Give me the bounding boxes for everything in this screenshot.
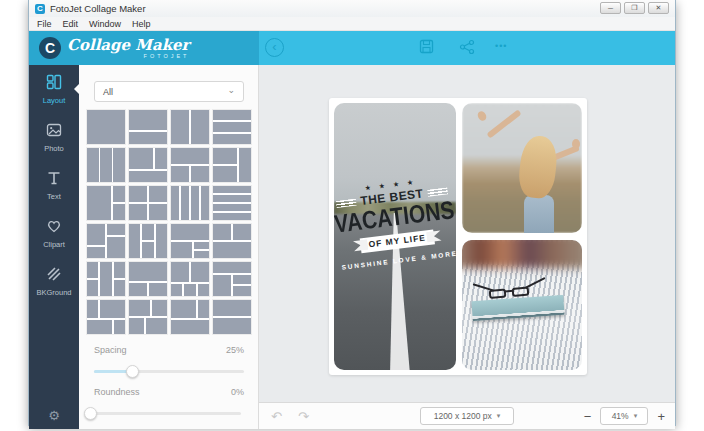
- sidebar-item-label: BKGround: [36, 288, 71, 297]
- layout-thumbnail[interactable]: [170, 185, 210, 221]
- save-icon: [419, 39, 434, 54]
- layout-thumbnail[interactable]: [128, 261, 168, 297]
- layout-thumbnail[interactable]: [128, 185, 168, 221]
- layout-thumbnail[interactable]: [212, 261, 252, 297]
- zoom-in-button[interactable]: +: [657, 410, 665, 423]
- canvas-size-select[interactable]: 1200 x 1200 px ▾: [420, 407, 514, 425]
- layout-thumbnail[interactable]: [86, 147, 126, 183]
- layout-thumbnail[interactable]: [212, 109, 252, 145]
- spacing-slider-knob[interactable]: [126, 365, 139, 378]
- layout-thumbnail[interactable]: [128, 109, 168, 145]
- menu-edit[interactable]: Edit: [63, 19, 79, 29]
- layout-filter-value: All: [103, 87, 113, 97]
- background-hatch-icon: [46, 266, 62, 286]
- collage-cell-glasses-photo[interactable]: [462, 240, 582, 370]
- layout-thumbnail[interactable]: [212, 223, 252, 259]
- layout-thumbnail[interactable]: [128, 299, 168, 335]
- layout-thumbnail[interactable]: [212, 299, 252, 335]
- layout-thumbnail[interactable]: [170, 261, 210, 297]
- layout-thumbnail[interactable]: [170, 299, 210, 335]
- zoom-level-value: 41%: [612, 411, 629, 421]
- layout-grid-icon: [46, 74, 62, 94]
- layout-thumbnail[interactable]: [86, 185, 126, 221]
- chevron-down-icon: ⌄: [227, 85, 235, 95]
- maximize-button[interactable]: ❐: [624, 2, 645, 14]
- more-options-button[interactable]: •••: [495, 41, 507, 51]
- settings-gear-icon[interactable]: ⚙: [29, 408, 79, 423]
- share-icon: [459, 39, 475, 55]
- editor-canvas: ★ ★ ★ ★ THE BEST VACATIONS OF MY LIFE SU…: [259, 65, 675, 402]
- sidebar-item-label: Photo: [44, 144, 64, 153]
- layout-filter-select[interactable]: All ⌄: [94, 81, 244, 102]
- layout-thumbnail[interactable]: [86, 299, 126, 335]
- sidebar-item-label: Layout: [43, 96, 66, 105]
- layout-thumbnail[interactable]: [170, 109, 210, 145]
- layout-thumbnail[interactable]: [86, 109, 126, 145]
- sidebar-item-photo[interactable]: Photo: [29, 113, 79, 161]
- menu-file[interactable]: File: [37, 19, 52, 29]
- redo-button[interactable]: ↷: [298, 410, 309, 423]
- layout-thumbnail[interactable]: [212, 185, 252, 221]
- close-button[interactable]: ✕: [648, 2, 669, 14]
- share-icon-button[interactable]: [459, 39, 475, 55]
- collage-card: ★ ★ ★ ★ THE BEST VACATIONS OF MY LIFE SU…: [329, 98, 587, 375]
- collage-cell-road-photo[interactable]: ★ ★ ★ ★ THE BEST VACATIONS OF MY LIFE SU…: [334, 103, 456, 370]
- spacing-label: Spacing: [94, 345, 127, 355]
- sidebar-item-text[interactable]: Text: [29, 161, 79, 209]
- layout-thumbnail[interactable]: [212, 147, 252, 183]
- menu-help[interactable]: Help: [132, 19, 151, 29]
- layout-thumbnail[interactable]: [86, 223, 126, 259]
- bottom-bar: ↶ ↷ 1200 x 1200 px ▾ − 41% ▾ +: [259, 402, 675, 429]
- roundness-value: 0%: [231, 387, 244, 397]
- canvas-size-value: 1200 x 1200 px: [434, 411, 492, 421]
- back-button[interactable]: ‹: [265, 38, 284, 57]
- sidebar-item-label: Text: [47, 192, 61, 201]
- sidebar: LayoutPhotoTextClipartBKGround⚙: [29, 65, 79, 429]
- app-header: C Collage Maker FOTOJET ‹: [29, 31, 675, 65]
- window-title: FotoJet Collage Maker: [50, 3, 146, 14]
- zoom-out-button[interactable]: −: [584, 410, 592, 423]
- collage-cell-woman-photo[interactable]: [462, 103, 582, 233]
- roundness-label: Roundness: [94, 387, 140, 397]
- logo-title: Collage Maker: [67, 38, 189, 52]
- photo-icon: [46, 122, 62, 142]
- roundness-row: Roundness 0%: [94, 387, 244, 397]
- minimize-button[interactable]: ─: [600, 2, 621, 14]
- roundness-slider-knob[interactable]: [84, 407, 97, 420]
- heart-icon: [46, 218, 62, 238]
- roundness-slider-track[interactable]: [91, 412, 241, 415]
- brand-logo: C Collage Maker FOTOJET: [29, 31, 259, 65]
- layout-thumbnail[interactable]: [170, 223, 210, 259]
- text-icon: [46, 170, 62, 190]
- layout-panel: All ⌄ Spacing 25% Roundness 0%: [79, 65, 259, 429]
- app-logo-icon: C: [35, 4, 45, 14]
- layout-thumbnails: [86, 109, 252, 335]
- sidebar-item-bkground[interactable]: BKGround: [29, 257, 79, 305]
- layout-thumbnail[interactable]: [128, 147, 168, 183]
- menu-window[interactable]: Window: [89, 19, 121, 29]
- spacing-slider[interactable]: [94, 365, 244, 378]
- save-icon-button[interactable]: [419, 39, 434, 54]
- fotojet-logo-icon: C: [39, 37, 61, 59]
- undo-button[interactable]: ↶: [271, 410, 282, 423]
- layout-thumbnail[interactable]: [86, 261, 126, 297]
- right-lines-decoration: [427, 187, 448, 196]
- page: C FotoJet Collage Maker ─ ❐ ✕ File Edit …: [0, 0, 704, 431]
- caret-down-icon: ▾: [634, 412, 638, 420]
- app-window: C FotoJet Collage Maker ─ ❐ ✕ File Edit …: [28, 0, 676, 426]
- layout-thumbnail[interactable]: [128, 223, 168, 259]
- layout-thumbnail[interactable]: [170, 147, 210, 183]
- title-bar: C FotoJet Collage Maker ─ ❐ ✕: [29, 0, 675, 17]
- menu-bar: File Edit Window Help: [29, 17, 675, 31]
- left-lines-decoration: [336, 198, 357, 207]
- sidebar-item-clipart[interactable]: Clipart: [29, 209, 79, 257]
- spacing-row: Spacing 25%: [94, 345, 244, 355]
- caret-down-icon: ▾: [497, 412, 501, 420]
- window-controls: ─ ❐ ✕: [600, 2, 669, 14]
- spacing-value: 25%: [226, 345, 244, 355]
- roundness-slider[interactable]: [91, 407, 241, 420]
- zoom-level-select[interactable]: 41% ▾: [600, 407, 648, 425]
- collage-text-overlay[interactable]: ★ ★ ★ ★ THE BEST VACATIONS OF MY LIFE SU…: [334, 174, 456, 271]
- sidebar-item-label: Clipart: [43, 240, 65, 249]
- sidebar-item-layout[interactable]: Layout: [29, 65, 79, 113]
